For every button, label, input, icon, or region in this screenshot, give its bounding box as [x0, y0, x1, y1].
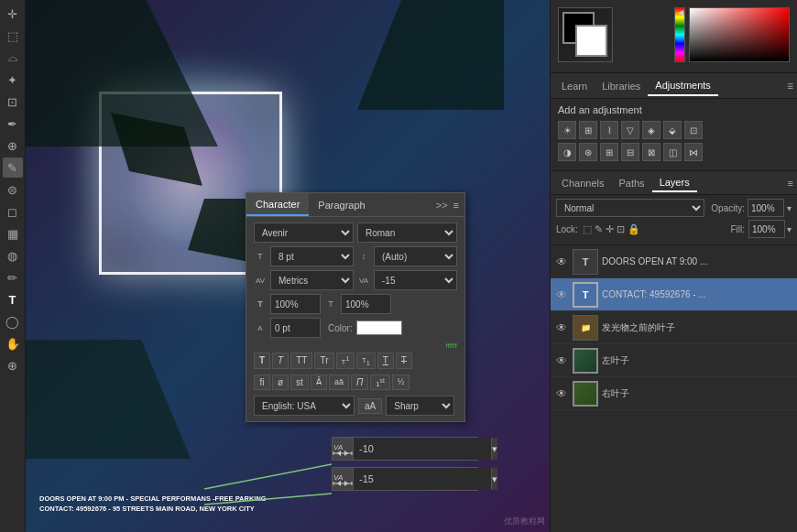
font-size-select[interactable]: 8 pt: [270, 246, 354, 266]
vert-scale-input[interactable]: [270, 294, 321, 314]
fill-label: Fill:: [730, 224, 745, 234]
layer-item-folder[interactable]: 👁 📁 发光物之前的叶子: [551, 311, 797, 344]
blending-mode-select[interactable]: Normal: [556, 199, 704, 217]
tab-adjustments[interactable]: Adjustments: [648, 76, 718, 96]
vibrance-adj[interactable]: ◈: [642, 121, 661, 139]
leading-select[interactable]: (Auto): [374, 246, 457, 266]
tab-character[interactable]: Character: [246, 193, 309, 216]
anti-alias-select[interactable]: Sharp: [386, 396, 454, 416]
posterize-adj[interactable]: ◫: [663, 143, 682, 161]
levels-adj[interactable]: ▽: [621, 121, 639, 139]
eyedropper-tool[interactable]: ✒: [3, 114, 23, 134]
layer-item-contact[interactable]: 👁 T CONTACT: 49592676 - ...: [551, 278, 797, 311]
threshold-adj[interactable]: ⋈: [684, 143, 703, 161]
lasso-tool[interactable]: ⌓: [3, 48, 23, 68]
photo-filter-adj[interactable]: ⊛: [579, 143, 597, 161]
tab-libraries[interactable]: Libraries: [595, 77, 648, 95]
move-tool[interactable]: ✛: [3, 4, 23, 24]
gradient-tool[interactable]: ▦: [3, 223, 23, 244]
fill-chevron[interactable]: ▾: [787, 224, 792, 234]
horiz-scale-input[interactable]: [341, 294, 391, 314]
foreground-background-colors[interactable]: [558, 7, 613, 62]
layer-vis-doors[interactable]: 👁: [554, 255, 569, 269]
text-tool[interactable]: T: [3, 289, 23, 309]
va-dropdown-1[interactable]: ▾: [491, 438, 497, 460]
background-color[interactable]: [575, 25, 607, 57]
lock-position-icon[interactable]: ✛: [606, 223, 614, 235]
strikethrough-button[interactable]: T: [396, 353, 412, 369]
color-spectrum[interactable]: [689, 7, 790, 62]
crop-tool[interactable]: ⊡: [3, 92, 23, 112]
color-lookup-adj[interactable]: ⊟: [621, 143, 639, 161]
color-swatch[interactable]: [356, 320, 402, 335]
language-select[interactable]: English: USA: [254, 396, 355, 416]
layer-vis-left-leaf[interactable]: 👁: [554, 353, 569, 368]
shape-tool[interactable]: ◯: [3, 311, 23, 331]
font-style-select[interactable]: Roman: [357, 223, 457, 243]
layer-item-left-leaf[interactable]: 👁 左叶子: [551, 344, 797, 377]
liga-a[interactable]: A̋: [311, 375, 327, 391]
more-icon: >>: [436, 200, 448, 211]
lock-artboard-icon[interactable]: ⊡: [617, 223, 625, 235]
layer-vis-right-leaf[interactable]: 👁: [554, 386, 569, 401]
pen-tool[interactable]: ✏: [3, 267, 23, 288]
liga-aa[interactable]: aā: [329, 375, 349, 391]
zoom-tool[interactable]: ⊕: [3, 355, 23, 375]
opacity-chevron[interactable]: ▾: [787, 203, 792, 213]
bw-adj[interactable]: ◑: [558, 143, 576, 161]
tab-layers[interactable]: Layers: [652, 174, 697, 192]
italic-button[interactable]: T: [272, 353, 289, 369]
liga-fi[interactable]: fi: [254, 375, 270, 391]
liga-pi[interactable]: Π: [351, 375, 368, 391]
liga-ord[interactable]: 1st: [370, 375, 390, 391]
panel-tab-more[interactable]: >> ≡: [431, 196, 464, 214]
blur-tool[interactable]: ◍: [3, 245, 23, 266]
curves-adj[interactable]: ⌇: [600, 121, 618, 139]
brightness-adj[interactable]: ☀: [558, 121, 576, 139]
tab-learn[interactable]: Learn: [554, 77, 595, 95]
va-input-2[interactable]: -15: [354, 468, 491, 490]
font-family-select[interactable]: Avenir: [254, 223, 354, 243]
eraser-tool[interactable]: ◻: [3, 201, 23, 222]
opacity-input[interactable]: [748, 199, 784, 217]
fill-input[interactable]: [748, 220, 785, 238]
magic-wand-tool[interactable]: ✦: [3, 70, 23, 90]
liga-frac[interactable]: ½: [392, 375, 410, 391]
layer-item-right-leaf[interactable]: 👁 右叶子: [551, 377, 797, 410]
layer-vis-contact[interactable]: 👁: [554, 288, 569, 302]
layer-vis-folder[interactable]: 👁: [554, 320, 569, 335]
marquee-tool[interactable]: ⬚: [3, 26, 23, 46]
invert-adj[interactable]: ⊠: [642, 143, 661, 161]
bold-button[interactable]: T: [254, 353, 270, 369]
allcaps-button[interactable]: TT: [290, 353, 312, 369]
subscript-button[interactable]: T1: [356, 353, 376, 369]
channel-mixer-adj[interactable]: ⊞: [600, 143, 618, 161]
panel-menu-icon[interactable]: ≡: [787, 80, 793, 92]
lock-paint-icon[interactable]: ✎: [595, 223, 603, 235]
lock-pixel-icon[interactable]: ⬚: [583, 223, 592, 235]
va-input-1[interactable]: -10: [354, 438, 491, 460]
hdr-adj[interactable]: ⊞: [579, 121, 597, 139]
brush-tool[interactable]: ✎: [3, 157, 23, 178]
baseline-input[interactable]: [270, 318, 321, 338]
underline-button[interactable]: T: [377, 353, 394, 369]
layer-item-doors[interactable]: 👁 T DOORS OPEN AT 9:00 ...: [551, 245, 797, 278]
kerning-select[interactable]: Metrics: [270, 270, 354, 290]
colorbalance-adj[interactable]: ⊡: [684, 121, 703, 139]
tracking-select[interactable]: -15: [374, 270, 457, 290]
tab-channels[interactable]: Channels: [554, 175, 611, 191]
lock-all-icon[interactable]: 🔒: [628, 223, 640, 235]
liga-st[interactable]: st: [290, 375, 309, 391]
healing-tool[interactable]: ⊕: [3, 136, 23, 156]
hand-tool[interactable]: ✋: [3, 333, 23, 353]
va-dropdown-2[interactable]: ▾: [491, 468, 497, 490]
tab-paragraph[interactable]: Paragraph: [309, 193, 374, 216]
aa-button[interactable]: aA: [358, 398, 382, 414]
layers-menu[interactable]: ≡: [788, 178, 793, 189]
liga-o[interactable]: ø: [272, 375, 289, 391]
clone-tool[interactable]: ⊜: [3, 179, 23, 200]
hsl-adj[interactable]: ⬙: [663, 121, 682, 139]
tab-paths[interactable]: Paths: [611, 175, 651, 191]
superscript-button[interactable]: T1: [336, 353, 355, 369]
smallcaps-button[interactable]: Tr: [314, 353, 333, 369]
